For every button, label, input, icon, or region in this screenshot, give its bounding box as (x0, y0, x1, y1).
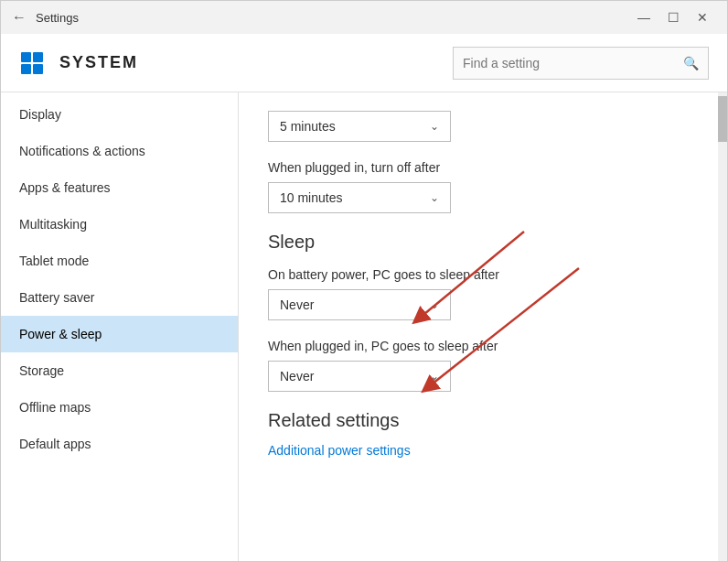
window-title: Settings (36, 11, 79, 25)
minimize-button[interactable]: — (630, 7, 658, 27)
top-dropdown-wrapper: 5 minutes ⌄ (268, 111, 698, 142)
plugged-sleep-dropdown-wrapper: Never ⌄ (268, 361, 698, 392)
additional-power-link[interactable]: Additional power settings (268, 443, 411, 458)
sleep-heading: Sleep (268, 232, 698, 253)
app-header: SYSTEM 🔍 (1, 34, 727, 92)
title-bar-controls: — ☐ ✕ (630, 7, 716, 27)
sidebar-item-display[interactable]: Display (1, 96, 238, 133)
chevron-down-icon: ⌄ (430, 120, 439, 133)
plugged-sleep-value: Never (280, 369, 314, 384)
search-icon: 🔍 (683, 56, 699, 70)
top-section: 5 minutes ⌄ When plugged in, turn off af… (268, 111, 698, 213)
back-icon[interactable]: ← (12, 9, 27, 26)
plugged-in-dropdown[interactable]: 10 minutes ⌄ (268, 182, 451, 213)
content-area: 5 minutes ⌄ When plugged in, turn off af… (239, 92, 727, 561)
sidebar: Display Notifications & actions Apps & f… (1, 92, 239, 561)
sidebar-item-storage[interactable]: Storage (1, 352, 238, 389)
plugged-sleep-dropdown[interactable]: Never ⌄ (268, 361, 451, 392)
svg-rect-1 (33, 52, 43, 62)
svg-rect-0 (21, 52, 31, 62)
top-dropdown-value: 5 minutes (280, 119, 336, 134)
battery-sleep-label: On battery power, PC goes to sleep after (268, 267, 698, 282)
related-section: Related settings Additional power settin… (268, 410, 698, 459)
search-input[interactable] (463, 56, 683, 70)
svg-rect-3 (33, 64, 43, 74)
title-bar: ← Settings — ☐ ✕ (1, 1, 727, 34)
main-layout: Display Notifications & actions Apps & f… (1, 92, 727, 561)
plugged-in-label: When plugged in, turn off after (268, 160, 698, 175)
title-bar-left: ← Settings (12, 9, 79, 26)
sidebar-item-offline[interactable]: Offline maps (1, 389, 238, 426)
scrollbar-track[interactable] (718, 92, 727, 561)
battery-sleep-dropdown-wrapper: Never ⌄ (268, 289, 698, 320)
chevron-down-icon-4: ⌄ (430, 370, 439, 383)
sidebar-item-default[interactable]: Default apps (1, 426, 238, 462)
settings-window: ← Settings — ☐ ✕ SYSTEM 🔍 (0, 0, 728, 562)
app-header-left: SYSTEM (16, 47, 138, 80)
chevron-down-icon-3: ⌄ (430, 298, 439, 311)
sidebar-item-tablet[interactable]: Tablet mode (1, 243, 238, 279)
system-title: SYSTEM (59, 53, 138, 72)
related-heading: Related settings (268, 410, 698, 431)
svg-rect-2 (21, 64, 31, 74)
battery-sleep-dropdown[interactable]: Never ⌄ (268, 289, 451, 320)
sidebar-item-battery[interactable]: Battery saver (1, 279, 238, 316)
maximize-button[interactable]: ☐ (659, 7, 687, 27)
plugged-in-dropdown-value: 10 minutes (280, 190, 342, 205)
plugged-in-dropdown-wrapper: 10 minutes ⌄ (268, 182, 698, 213)
chevron-down-icon-2: ⌄ (430, 191, 439, 204)
close-button[interactable]: ✕ (689, 7, 716, 27)
sidebar-item-multitasking[interactable]: Multitasking (1, 206, 238, 243)
sidebar-item-notifications[interactable]: Notifications & actions (1, 133, 238, 169)
top-dropdown[interactable]: 5 minutes ⌄ (268, 111, 451, 142)
plugged-sleep-label: When plugged in, PC goes to sleep after (268, 339, 698, 353)
system-icon (16, 47, 48, 80)
search-box[interactable]: 🔍 (453, 47, 709, 80)
scrollbar-thumb[interactable] (718, 96, 727, 142)
sleep-section: Sleep On battery power, PC goes to sleep… (268, 232, 698, 392)
sidebar-item-apps[interactable]: Apps & features (1, 169, 238, 206)
sidebar-item-power[interactable]: Power & sleep (1, 316, 238, 352)
battery-sleep-value: Never (280, 297, 314, 312)
